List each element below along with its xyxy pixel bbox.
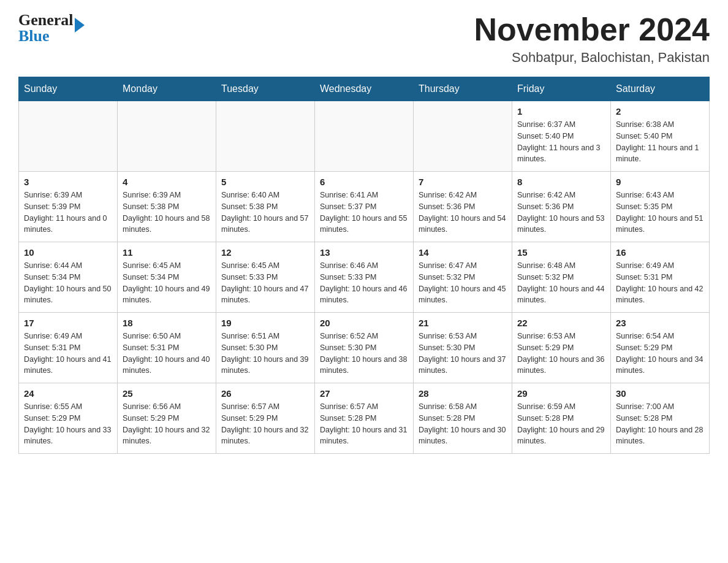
day-info: Sunrise: 6:42 AM Sunset: 5:36 PM Dayligh… [517, 190, 605, 236]
calendar-cell: 16Sunrise: 6:49 AM Sunset: 5:31 PM Dayli… [611, 242, 710, 313]
day-number: 24 [24, 388, 112, 399]
day-info: Sunrise: 6:59 AM Sunset: 5:28 PM Dayligh… [517, 401, 605, 447]
day-info: Sunrise: 6:57 AM Sunset: 5:29 PM Dayligh… [221, 401, 309, 447]
day-info: Sunrise: 6:41 AM Sunset: 5:37 PM Dayligh… [320, 190, 408, 236]
day-number: 18 [123, 318, 211, 328]
location-subtitle: Sohbatpur, Balochistan, Pakistan [474, 50, 710, 66]
calendar-cell: 6Sunrise: 6:41 AM Sunset: 5:37 PM Daylig… [315, 172, 414, 242]
day-number: 19 [221, 318, 309, 328]
calendar-cell: 15Sunrise: 6:48 AM Sunset: 5:32 PM Dayli… [512, 242, 611, 313]
day-number: 11 [123, 247, 211, 258]
day-info: Sunrise: 6:40 AM Sunset: 5:38 PM Dayligh… [221, 190, 309, 236]
day-info: Sunrise: 7:00 AM Sunset: 5:28 PM Dayligh… [616, 401, 704, 447]
calendar-body: 1Sunrise: 6:37 AM Sunset: 5:40 PM Daylig… [19, 101, 710, 454]
day-info: Sunrise: 6:48 AM Sunset: 5:32 PM Dayligh… [517, 260, 605, 306]
day-info: Sunrise: 6:55 AM Sunset: 5:29 PM Dayligh… [24, 401, 112, 447]
calendar-cell [118, 101, 216, 172]
title-area: November 2024 Sohbatpur, Balochistan, Pa… [474, 12, 710, 66]
weekday-header-thursday: Thursday [414, 77, 512, 101]
day-info: Sunrise: 6:58 AM Sunset: 5:28 PM Dayligh… [419, 401, 507, 447]
calendar-cell: 13Sunrise: 6:46 AM Sunset: 5:33 PM Dayli… [315, 242, 414, 313]
month-title: November 2024 [474, 12, 710, 47]
day-number: 12 [221, 247, 309, 258]
day-number: 15 [517, 247, 605, 258]
logo-line1: General [18, 12, 74, 28]
day-info: Sunrise: 6:57 AM Sunset: 5:28 PM Dayligh… [320, 401, 408, 447]
calendar-cell: 4Sunrise: 6:39 AM Sunset: 5:38 PM Daylig… [118, 172, 216, 242]
weekday-header-tuesday: Tuesday [216, 77, 315, 101]
logo-triangle-icon [75, 18, 85, 33]
day-number: 6 [320, 177, 408, 187]
calendar-cell [216, 101, 315, 172]
day-info: Sunrise: 6:45 AM Sunset: 5:33 PM Dayligh… [221, 260, 309, 306]
day-number: 9 [616, 177, 704, 187]
calendar-cell: 26Sunrise: 6:57 AM Sunset: 5:29 PM Dayli… [216, 383, 315, 454]
calendar-cell: 21Sunrise: 6:53 AM Sunset: 5:30 PM Dayli… [414, 313, 512, 383]
day-info: Sunrise: 6:53 AM Sunset: 5:29 PM Dayligh… [517, 331, 605, 377]
day-number: 3 [24, 177, 112, 187]
day-info: Sunrise: 6:39 AM Sunset: 5:38 PM Dayligh… [123, 190, 211, 236]
day-number: 16 [616, 247, 704, 258]
calendar-cell: 9Sunrise: 6:43 AM Sunset: 5:35 PM Daylig… [611, 172, 710, 242]
calendar-cell [19, 101, 118, 172]
weekday-header-wednesday: Wednesday [315, 77, 414, 101]
day-info: Sunrise: 6:56 AM Sunset: 5:29 PM Dayligh… [123, 401, 211, 447]
calendar-cell: 29Sunrise: 6:59 AM Sunset: 5:28 PM Dayli… [512, 383, 611, 454]
day-info: Sunrise: 6:52 AM Sunset: 5:30 PM Dayligh… [320, 331, 408, 377]
day-info: Sunrise: 6:46 AM Sunset: 5:33 PM Dayligh… [320, 260, 408, 306]
day-number: 10 [24, 247, 112, 258]
day-info: Sunrise: 6:53 AM Sunset: 5:30 PM Dayligh… [419, 331, 507, 377]
day-number: 26 [221, 388, 309, 399]
weekday-header-sunday: Sunday [19, 77, 118, 101]
calendar-header: SundayMondayTuesdayWednesdayThursdayFrid… [19, 77, 710, 101]
day-number: 30 [616, 388, 704, 399]
day-info: Sunrise: 6:38 AM Sunset: 5:40 PM Dayligh… [616, 119, 704, 165]
logo: General Blue [18, 12, 85, 44]
calendar-week-row: 10Sunrise: 6:44 AM Sunset: 5:34 PM Dayli… [19, 242, 710, 313]
calendar-cell: 19Sunrise: 6:51 AM Sunset: 5:30 PM Dayli… [216, 313, 315, 383]
day-number: 2 [616, 106, 704, 117]
day-info: Sunrise: 6:45 AM Sunset: 5:34 PM Dayligh… [123, 260, 211, 306]
day-number: 28 [419, 388, 507, 399]
calendar-cell: 25Sunrise: 6:56 AM Sunset: 5:29 PM Dayli… [118, 383, 216, 454]
calendar-cell: 27Sunrise: 6:57 AM Sunset: 5:28 PM Dayli… [315, 383, 414, 454]
calendar-cell [414, 101, 512, 172]
calendar-cell: 5Sunrise: 6:40 AM Sunset: 5:38 PM Daylig… [216, 172, 315, 242]
day-number: 22 [517, 318, 605, 328]
weekday-header-row: SundayMondayTuesdayWednesdayThursdayFrid… [19, 77, 710, 101]
day-info: Sunrise: 6:42 AM Sunset: 5:36 PM Dayligh… [419, 190, 507, 236]
calendar-cell: 20Sunrise: 6:52 AM Sunset: 5:30 PM Dayli… [315, 313, 414, 383]
calendar-cell: 7Sunrise: 6:42 AM Sunset: 5:36 PM Daylig… [414, 172, 512, 242]
day-number: 14 [419, 247, 507, 258]
weekday-header-friday: Friday [512, 77, 611, 101]
day-info: Sunrise: 6:54 AM Sunset: 5:29 PM Dayligh… [616, 331, 704, 377]
logo-text: General Blue [18, 12, 74, 44]
day-info: Sunrise: 6:49 AM Sunset: 5:31 PM Dayligh… [616, 260, 704, 306]
weekday-header-monday: Monday [118, 77, 216, 101]
day-number: 13 [320, 247, 408, 258]
day-info: Sunrise: 6:47 AM Sunset: 5:32 PM Dayligh… [419, 260, 507, 306]
calendar-cell: 1Sunrise: 6:37 AM Sunset: 5:40 PM Daylig… [512, 101, 611, 172]
day-number: 29 [517, 388, 605, 399]
day-number: 8 [517, 177, 605, 187]
calendar-cell: 14Sunrise: 6:47 AM Sunset: 5:32 PM Dayli… [414, 242, 512, 313]
calendar-week-row: 17Sunrise: 6:49 AM Sunset: 5:31 PM Dayli… [19, 313, 710, 383]
calendar-cell [315, 101, 414, 172]
calendar-table: SundayMondayTuesdayWednesdayThursdayFrid… [18, 77, 710, 454]
calendar-cell: 3Sunrise: 6:39 AM Sunset: 5:39 PM Daylig… [19, 172, 118, 242]
day-number: 23 [616, 318, 704, 328]
day-info: Sunrise: 6:50 AM Sunset: 5:31 PM Dayligh… [123, 331, 211, 377]
day-number: 5 [221, 177, 309, 187]
calendar-cell: 30Sunrise: 7:00 AM Sunset: 5:28 PM Dayli… [611, 383, 710, 454]
calendar-cell: 2Sunrise: 6:38 AM Sunset: 5:40 PM Daylig… [611, 101, 710, 172]
calendar-cell: 8Sunrise: 6:42 AM Sunset: 5:36 PM Daylig… [512, 172, 611, 242]
logo-line2: Blue [18, 28, 74, 44]
day-info: Sunrise: 6:43 AM Sunset: 5:35 PM Dayligh… [616, 190, 704, 236]
calendar-cell: 12Sunrise: 6:45 AM Sunset: 5:33 PM Dayli… [216, 242, 315, 313]
calendar-cell: 22Sunrise: 6:53 AM Sunset: 5:29 PM Dayli… [512, 313, 611, 383]
day-number: 27 [320, 388, 408, 399]
calendar-cell: 28Sunrise: 6:58 AM Sunset: 5:28 PM Dayli… [414, 383, 512, 454]
day-number: 20 [320, 318, 408, 328]
calendar-cell: 17Sunrise: 6:49 AM Sunset: 5:31 PM Dayli… [19, 313, 118, 383]
calendar-cell: 24Sunrise: 6:55 AM Sunset: 5:29 PM Dayli… [19, 383, 118, 454]
